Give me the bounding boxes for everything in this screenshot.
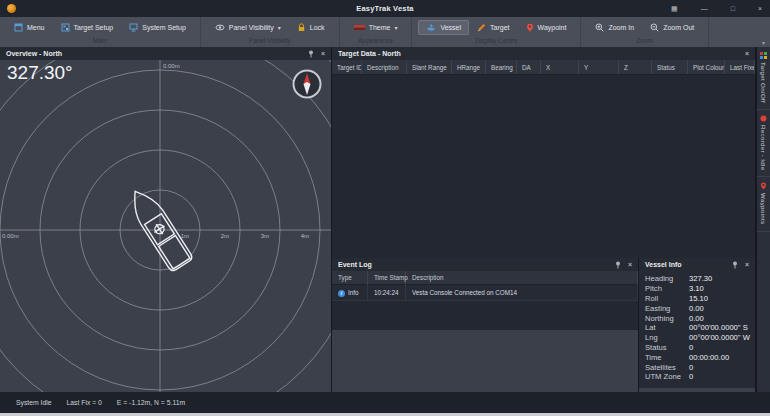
event-time: 10:24:24 bbox=[368, 285, 406, 301]
column-header: Description bbox=[362, 60, 407, 74]
target-data-panel-title: Target Data - North bbox=[338, 50, 401, 57]
vessel-info-label: Easting bbox=[645, 304, 689, 313]
status-last-fix: Last Fix = 0 bbox=[67, 399, 102, 406]
radar-top-label: 0.00m bbox=[163, 63, 180, 69]
vessel-info-value: 0.00 bbox=[689, 304, 750, 313]
theme-swatch-icon bbox=[354, 23, 365, 32]
tab-label: Waypoints bbox=[760, 193, 767, 224]
radar-ring-label-3m: 3m bbox=[261, 233, 269, 239]
target-data-column-headers: Target ID Description Slant Range HRange… bbox=[332, 60, 755, 75]
close-icon[interactable]: × bbox=[628, 258, 632, 271]
waypoint-pin-icon bbox=[760, 182, 767, 190]
column-header: Slant Range bbox=[407, 60, 452, 74]
target-data-panel-header: Target Data - North × bbox=[332, 47, 755, 60]
vessel-info-value: 0 bbox=[689, 372, 750, 381]
compass-north-indicator[interactable] bbox=[291, 68, 323, 100]
target-data-table-body bbox=[332, 75, 755, 258]
vessel-info-value: 00°00'00.0000" S bbox=[689, 323, 750, 332]
app-window: EasyTrak Vesta ▦ — □ × Menu bbox=[0, 0, 770, 416]
pin-icon[interactable] bbox=[615, 261, 621, 269]
vessel-info-label: Northing bbox=[645, 314, 689, 323]
overview-panel-title: Overview - North bbox=[6, 50, 62, 57]
vessel-info-body: Heading327.30 Pitch3.10 Roll15.10 Eastin… bbox=[639, 271, 755, 388]
waypoint-button[interactable]: Waypoint bbox=[518, 20, 575, 35]
radar-ring-label-1m: 1m bbox=[181, 233, 189, 239]
system-setup-icon bbox=[129, 23, 138, 32]
tab-waypoints[interactable]: Waypoints bbox=[757, 177, 770, 231]
dropdown-caret-icon bbox=[394, 24, 397, 31]
group-label-appearance: Appearance bbox=[346, 37, 406, 47]
column-header: Type bbox=[332, 271, 368, 285]
theme-button[interactable]: Theme bbox=[346, 20, 406, 35]
overview-panel: Overview - North × bbox=[0, 47, 331, 392]
zoom-in-label: Zoom In bbox=[608, 24, 634, 31]
workspace: Overview - North × bbox=[0, 47, 770, 392]
tab-label: Recorder - Idle bbox=[760, 125, 767, 170]
event-log-row[interactable]: i Info 10:24:24 Vesta Console Connected … bbox=[332, 285, 638, 301]
vessel-button[interactable]: Vessel bbox=[418, 20, 469, 35]
vessel-info-label: Lng bbox=[645, 333, 689, 342]
toolbar-group-main: Menu Target Setup System Setup Main bbox=[0, 17, 201, 47]
system-setup-button[interactable]: System Setup bbox=[121, 20, 194, 35]
panel-visibility-label: Panel Visibility bbox=[229, 24, 274, 31]
radar-ring-label-2m: 2m bbox=[221, 233, 229, 239]
toolbar: Menu Target Setup System Setup Main bbox=[0, 17, 770, 47]
pin-icon[interactable] bbox=[308, 50, 314, 58]
menu-window-icon bbox=[14, 23, 23, 32]
menu-button[interactable]: Menu bbox=[6, 20, 53, 35]
panel-visibility-button[interactable]: Panel Visibility bbox=[207, 20, 289, 35]
zoom-out-button[interactable]: Zoom Out bbox=[642, 20, 702, 35]
toolbar-group-zoom: Zoom In Zoom Out Zoom bbox=[581, 17, 709, 47]
target-label: Target bbox=[490, 24, 509, 31]
zoom-in-button[interactable]: Zoom In bbox=[587, 20, 642, 35]
event-log-panel-header: Event Log × bbox=[332, 258, 638, 271]
tab-target-on-off[interactable]: Target On/Off bbox=[757, 47, 770, 110]
lock-icon bbox=[297, 23, 306, 32]
radar-display[interactable]: 0.00m 0.00m 1m 2m 3m 4m bbox=[0, 60, 331, 392]
vessel-info-value: 327.30 bbox=[689, 274, 750, 283]
restore-icon[interactable]: □ bbox=[731, 0, 735, 17]
vessel-info-panel-header: Vessel Info × bbox=[639, 258, 755, 271]
vessel-label: Vessel bbox=[440, 24, 461, 31]
overview-panel-header: Overview - North × bbox=[0, 47, 331, 60]
column-header: X bbox=[541, 60, 579, 74]
vessel-info-value: 3.10 bbox=[689, 284, 750, 293]
event-log-panel: Event Log × Type Time Stamp Description … bbox=[332, 258, 638, 392]
column-header: Bearing bbox=[486, 60, 517, 74]
close-icon[interactable]: × bbox=[745, 258, 749, 271]
window-grid-icon[interactable]: ▦ bbox=[671, 0, 678, 17]
column-header: Plot Colour bbox=[688, 60, 725, 74]
toolbar-overflow-icon[interactable]: ▾ bbox=[762, 39, 765, 46]
close-icon[interactable]: × bbox=[321, 47, 325, 60]
close-icon[interactable]: × bbox=[758, 0, 762, 17]
target-setup-button[interactable]: Target Setup bbox=[53, 20, 122, 35]
group-label-panel-visibility: Panel Visibility bbox=[207, 37, 333, 47]
minimize-icon[interactable]: — bbox=[701, 0, 708, 17]
event-log-column-headers: Type Time Stamp Description bbox=[332, 271, 638, 285]
vessel-info-value: 0 bbox=[689, 343, 750, 352]
tab-label: Target On/Off bbox=[760, 62, 767, 103]
side-tab-strip: Target On/Off Recorder - Idle Waypoints bbox=[757, 47, 770, 392]
column-header: HRange bbox=[452, 60, 486, 74]
pin-icon[interactable] bbox=[732, 261, 738, 269]
radar-left-label: 0.00m bbox=[2, 233, 19, 239]
title-bar: EasyTrak Vesta ▦ — □ × bbox=[0, 0, 770, 17]
column-header: Y bbox=[579, 60, 619, 74]
lock-label: Lock bbox=[310, 24, 325, 31]
lock-button[interactable]: Lock bbox=[289, 20, 333, 35]
target-data-panel: Target Data - North × Target ID Descript… bbox=[332, 47, 755, 258]
event-description: Vesta Console Connected on COM14 bbox=[406, 285, 638, 301]
group-label-zoom: Zoom bbox=[587, 37, 702, 47]
group-label-display-centre: Display Centre bbox=[418, 37, 574, 47]
event-type: Info bbox=[348, 285, 359, 301]
column-header: Target ID bbox=[332, 60, 362, 74]
target-on-off-icon bbox=[760, 52, 767, 59]
tab-recorder[interactable]: Recorder - Idle bbox=[757, 110, 770, 177]
zoom-out-label: Zoom Out bbox=[663, 24, 694, 31]
target-button[interactable]: Target bbox=[469, 20, 517, 35]
close-icon[interactable]: × bbox=[745, 47, 749, 60]
waypoint-pin-icon bbox=[526, 23, 534, 32]
status-offset: E = -1.12m, N = 5.11m bbox=[117, 399, 185, 406]
vessel-info-label: Lat bbox=[645, 323, 689, 332]
heading-readout: 327.30° bbox=[7, 62, 73, 84]
